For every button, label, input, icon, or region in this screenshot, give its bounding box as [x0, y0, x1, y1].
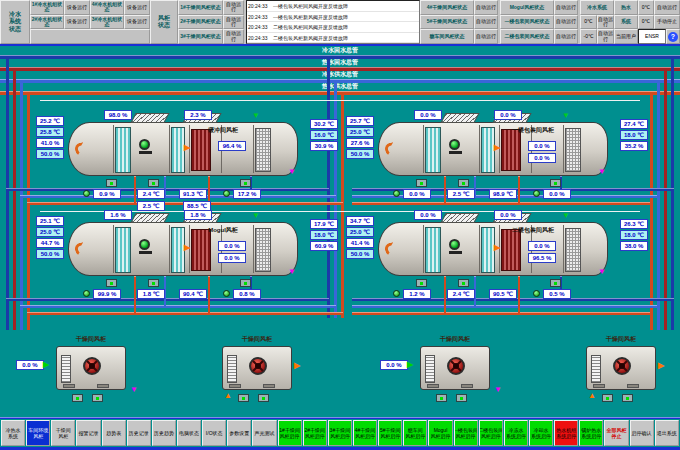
- stop-all-button-25[interactable]: 全部风柜停止: [604, 420, 628, 446]
- startstop-button-14[interactable]: 3#干燥间风柜启停: [328, 420, 352, 446]
- valve-status-led: [83, 290, 90, 297]
- startstop-button-12[interactable]: 1#干燥间风柜启停: [278, 420, 302, 446]
- status-state-cell[interactable]: 设备运行: [124, 15, 150, 30]
- nav-button-10[interactable]: 参数设置: [227, 420, 251, 446]
- status-name-cell[interactable]: 二楼包装间风柜状态: [500, 29, 554, 44]
- status-name-cell[interactable]: 3#冷水机组状态: [90, 15, 124, 30]
- status-state-cell[interactable]: 自动运行: [223, 29, 244, 44]
- header-status-bar: 冷水系统状态1#冷水机组状态设备运行4#冷水机组状态设备运行2#冷水机组状态设备…: [0, 0, 680, 46]
- ddc-sensor-box: [106, 179, 117, 187]
- heating-coil: [501, 229, 521, 271]
- cold-water-system-status-title-line: 状态: [9, 26, 21, 34]
- vent-grille-icon: [227, 355, 237, 383]
- pipe-segment: [13, 67, 16, 330]
- status-name-cell[interactable]: 4#干燥间风柜状态: [420, 0, 474, 15]
- status-name-cell[interactable]: 1#冷水机组状态: [30, 0, 64, 15]
- startstop-button-21[interactable]: 冷冻水系统启停: [504, 420, 528, 446]
- exhaust-magenta-arrow-icon: ▼: [494, 386, 502, 394]
- status-state-cell[interactable]: 自动运行: [474, 15, 498, 30]
- pipe-segment: [671, 55, 674, 330]
- startstop-button-22[interactable]: 冷却水系统启停: [529, 420, 553, 446]
- damper-magenta-arrow-icon: ▼: [288, 168, 296, 176]
- status-state-cell[interactable]: 自动运行: [474, 29, 498, 44]
- nav-button-6[interactable]: 历史记录: [127, 420, 151, 446]
- status-state-cell[interactable]: 设备运行: [124, 0, 150, 15]
- help-button[interactable]: ?: [666, 29, 680, 44]
- nav-button-11[interactable]: 声光测试: [252, 420, 276, 446]
- pipe-segment: [6, 55, 9, 330]
- status-state-cell[interactable]: 自动运行: [223, 0, 244, 15]
- status-name-cell[interactable]: 2#冷水机组状态: [30, 15, 64, 30]
- nav-button-3[interactable]: 干燥间风柜: [51, 420, 75, 446]
- startstop-button-2[interactable]: 车间环境风柜: [26, 420, 50, 446]
- startstop-button-15[interactable]: 4#干燥间风柜启停: [353, 420, 377, 446]
- status-name-cell[interactable]: 2#干燥间风柜状态: [178, 15, 223, 30]
- cold-water-state[interactable]: 自动运行: [597, 29, 614, 44]
- ahu-unit-2: 25.7 ℃ 25.0 ℃ 27.6 % 50.0 % 一楼包装间风柜 ▲ ▼ …: [346, 110, 648, 212]
- supply-down-arrow-icon: ▼: [562, 112, 570, 120]
- hot-water-state[interactable]: 自动运行: [654, 0, 680, 15]
- startstop-button-20[interactable]: 二楼包装间风柜启停: [479, 420, 503, 446]
- status-name-cell[interactable]: 糖车间风柜状态: [420, 29, 474, 44]
- hot-water-system-label[interactable]: 热水: [614, 0, 638, 15]
- startstop-button-18[interactable]: Mogul风柜启停: [428, 420, 452, 446]
- nav-button-27[interactable]: 退出系统: [655, 420, 679, 446]
- readout-chilled-water-temp: 2.4 ℃: [447, 289, 475, 299]
- readout-hot-valve-percent: 0.5 %: [543, 289, 571, 299]
- nav-button-8[interactable]: 电脑状态: [177, 420, 201, 446]
- current-user-value[interactable]: ENSR: [638, 29, 666, 44]
- button-label-line: 参数设置: [229, 430, 249, 436]
- startstop-button-16[interactable]: 5#干燥间风柜启停: [378, 420, 402, 446]
- readout-valve-percent: 96.4 %: [218, 141, 246, 151]
- section-divider: [423, 225, 424, 273]
- button-label-line: 历史记录: [129, 430, 149, 436]
- status-state-cell[interactable]: 设备运行: [64, 15, 90, 30]
- fan-stopped-indicator: [83, 357, 101, 375]
- roof-vent-grille-icon: [130, 113, 169, 123]
- status-state-cell[interactable]: 自动运行: [554, 0, 578, 15]
- pipe-segment: [0, 79, 680, 83]
- startstop-button-24[interactable]: 锅炉热水系统启停: [579, 420, 603, 446]
- valve-status-led: [223, 190, 230, 197]
- status-name-cell[interactable]: 1#干燥间风柜状态: [178, 0, 223, 15]
- ddc-sensor-box: [240, 179, 251, 187]
- nav-button-26[interactable]: 启停确认: [630, 420, 654, 446]
- nav-button-1[interactable]: 冷热水系统: [1, 420, 25, 446]
- readout-supply-humidity: 35.2 %: [620, 141, 648, 151]
- pipe-label: 热水回水总管: [270, 59, 410, 66]
- readout-supply-air-temp: 17.9 ℃: [310, 219, 338, 229]
- hot-water-temp[interactable]: 0℃: [638, 15, 654, 30]
- ahu-label: 一楼包装间风柜: [475, 126, 591, 135]
- nav-button-7[interactable]: 历史趋势: [152, 420, 176, 446]
- button-label-line: 风柜启停: [430, 433, 450, 439]
- section-divider: [423, 125, 424, 173]
- nav-button-9[interactable]: I/O状态: [202, 420, 226, 446]
- status-name-cell[interactable]: 一楼包装间风柜状态: [500, 15, 554, 30]
- nav-button-5[interactable]: 趋势表: [102, 420, 126, 446]
- empty-cell: [30, 29, 150, 44]
- status-state-cell[interactable]: 自动运行: [223, 15, 244, 30]
- status-state-cell[interactable]: 自动运行: [554, 29, 578, 44]
- readout-supply-humidity: 38.0 %: [620, 241, 648, 251]
- status-name-cell[interactable]: Mogul风柜状态: [500, 0, 554, 15]
- readout-return-air-temp: 25.2 ℃: [36, 116, 64, 126]
- pipe-segment: [657, 79, 660, 330]
- cold-water-state[interactable]: 自动运行: [597, 15, 614, 30]
- status-state-cell[interactable]: 设备运行: [64, 0, 90, 15]
- status-state-cell[interactable]: 自动运行: [554, 15, 578, 30]
- status-name-cell[interactable]: 3#干燥间风柜状态: [178, 29, 223, 44]
- status-name-cell[interactable]: 4#冷水机组状态: [90, 0, 124, 15]
- help-icon[interactable]: ?: [668, 32, 678, 42]
- readout-humidity-setpoint: 50.0 %: [346, 149, 374, 159]
- status-name-cell[interactable]: 5#干燥间风柜状态: [420, 15, 474, 30]
- vent-grille-icon: [425, 355, 435, 383]
- status-state-cell[interactable]: 自动运行: [474, 0, 498, 15]
- ddc-sensor-box: [240, 279, 251, 287]
- startstop-button-19[interactable]: 一楼包装间风柜启停: [454, 420, 478, 446]
- startstop-button-13[interactable]: 2#干燥间风柜启停: [303, 420, 327, 446]
- airflow-right-arrow-icon: ▶: [494, 144, 500, 152]
- startstop-button-23[interactable]: 热水机组系统启停: [554, 420, 578, 446]
- startstop-button-17[interactable]: 糖车间风柜启停: [403, 420, 427, 446]
- nav-button-4[interactable]: 报警记录: [76, 420, 100, 446]
- readout-valve-percent: 96.5 %: [528, 253, 556, 263]
